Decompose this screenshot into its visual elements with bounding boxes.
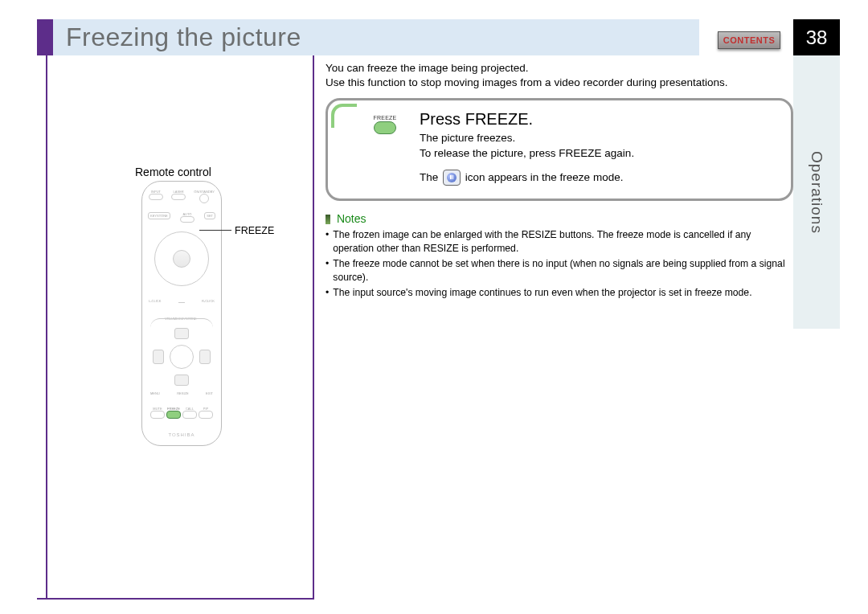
section-tab: Operations	[793, 55, 840, 329]
remote-btn-rclick: R-CLICK	[202, 299, 215, 303]
remote-wheel	[154, 231, 209, 286]
remote-btn-onstandby: ON/STANDBY	[194, 190, 215, 194]
remote-btn-exit: EXIT	[206, 391, 213, 395]
remote-brand: TOSHIBA	[142, 432, 221, 437]
remote-diagram: INPUT LASER ON/STANDBY KEYSTONE AUTO SET…	[141, 181, 222, 446]
freeze-button-caption: FREEZE	[357, 115, 413, 121]
callout-line	[199, 230, 231, 231]
remote-btn-freeze: FREEZE	[166, 407, 181, 411]
divider-mid	[313, 55, 314, 599]
remote-btn-keystone: KEYSTONE	[150, 214, 168, 218]
panel-body: The picture freezes. To release the pict…	[420, 131, 780, 186]
freeze-callout: FREEZE	[235, 225, 274, 236]
divider-bottom	[37, 598, 314, 600]
notes-list: The frozen image can be enlarged with th…	[326, 228, 793, 300]
contents-link[interactable]: CONTENTS	[718, 31, 780, 49]
remote-btn-lclick: L-CLICK	[149, 299, 161, 303]
notes-block: Notes The frozen image can be enlarged w…	[326, 212, 793, 301]
panel-line3: The icon appears in the freeze mode.	[420, 170, 780, 186]
notes-mark-icon	[326, 215, 330, 224]
instruction-panel: FREEZE Press FREEZE. The picture freezes…	[326, 98, 793, 201]
panel-line3-pre: The	[420, 170, 441, 182]
page-number: 38	[793, 19, 840, 55]
panel-accent	[331, 104, 357, 128]
panel-line2: To release the picture, press FREEZE aga…	[420, 146, 780, 162]
remote-dpad	[153, 328, 211, 386]
notes-heading: Notes	[326, 212, 793, 225]
intro-text: You can freeze the image being projected…	[326, 61, 776, 90]
notes-item: The freeze mode cannot be set when there…	[326, 257, 793, 284]
pause-icon	[443, 170, 461, 186]
contents-label: CONTENTS	[723, 35, 776, 45]
notes-item: The frozen image can be enlarged with th…	[326, 228, 793, 256]
remote-btn-resize: RESIZE	[177, 391, 188, 395]
page-title: Freezing the picture	[66, 23, 301, 52]
remote-btn-set: SET	[207, 214, 213, 218]
header-accent	[37, 19, 53, 55]
panel-title: Press FREEZE.	[420, 110, 780, 129]
intro-line1: You can freeze the image being projected…	[326, 61, 776, 76]
notes-heading-text: Notes	[337, 212, 366, 225]
freeze-button-diagram: FREEZE	[357, 115, 413, 134]
remote-label: Remote control	[135, 166, 211, 178]
title-banner: Freezing the picture	[53, 19, 699, 55]
panel-line1: The picture freezes.	[420, 131, 780, 146]
section-tab-label: Operations	[808, 151, 825, 234]
divider-left	[46, 55, 47, 599]
freeze-button-icon	[374, 121, 396, 134]
intro-line2: Use this function to stop moving images …	[326, 76, 776, 90]
remote-btn-laser: LASER	[171, 190, 186, 194]
panel-line3-post: icon appears in the freeze mode.	[465, 170, 624, 182]
remote-btn-menu: MENU	[150, 391, 160, 395]
notes-item: The input source's moving image continue…	[326, 286, 793, 300]
